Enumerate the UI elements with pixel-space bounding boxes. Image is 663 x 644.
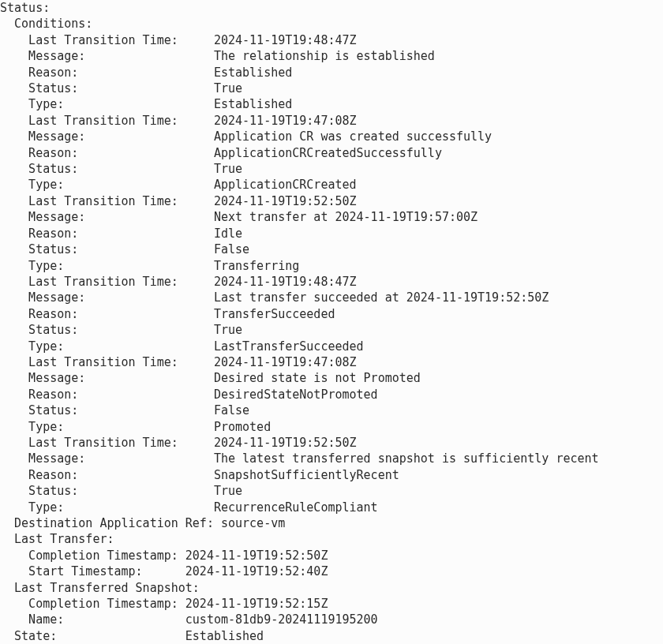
cond-5-type: Type: RecurrenceRuleCompliant	[0, 500, 663, 515]
cond-2-type: Type: Transferring	[0, 258, 663, 274]
cond-3-reason: Reason: TransferSucceeded	[0, 306, 663, 322]
snap-name: Name: custom-81db9-20241119195200	[0, 612, 663, 627]
state: State: Established	[0, 628, 663, 644]
dest-app-ref: Destination Application Ref: source-vm	[0, 515, 663, 531]
cond-0-reason: Reason: Established	[0, 65, 663, 80]
cond-5-status: Status: True	[0, 483, 663, 499]
last-transfer-header: Last Transfer:	[0, 531, 663, 547]
cond-0-status: Status: True	[0, 80, 663, 96]
cond-2-message: Message: Next transfer at 2024-11-19T19:…	[0, 209, 663, 225]
last-snapshot-header: Last Transferred Snapshot:	[0, 580, 663, 596]
cond-2-reason: Reason: Idle	[0, 226, 663, 242]
cond-4-status: Status: False	[0, 402, 663, 418]
cond-1-message: Message: Application CR was created succ…	[0, 129, 663, 144]
cond-0-ltt: Last Transition Time: 2024-11-19T19:48:4…	[0, 32, 663, 48]
snap-completion: Completion Timestamp: 2024-11-19T19:52:1…	[0, 596, 663, 612]
cond-2-status: Status: False	[0, 242, 663, 257]
cond-4-type: Type: Promoted	[0, 419, 663, 435]
cond-0-type: Type: Established	[0, 96, 663, 112]
cond-4-message: Message: Desired state is not Promoted	[0, 370, 663, 386]
status-header: Status:	[0, 0, 663, 16]
cond-4-reason: Reason: DesiredStateNotPromoted	[0, 387, 663, 402]
conditions-header: Conditions:	[0, 16, 663, 32]
cond-3-status: Status: True	[0, 322, 663, 338]
cond-2-ltt: Last Transition Time: 2024-11-19T19:52:5…	[0, 193, 663, 209]
cond-4-ltt: Last Transition Time: 2024-11-19T19:47:0…	[0, 354, 663, 370]
cond-5-message: Message: The latest transferred snapshot…	[0, 451, 663, 466]
lt-start: Start Timestamp: 2024-11-19T19:52:40Z	[0, 564, 663, 579]
cond-3-ltt: Last Transition Time: 2024-11-19T19:48:4…	[0, 274, 663, 290]
terminal-output: Status: Conditions: Last Transition Time…	[0, 0, 663, 644]
cond-3-message: Message: Last transfer succeeded at 2024…	[0, 290, 663, 305]
cond-3-type: Type: LastTransferSucceeded	[0, 339, 663, 354]
cond-1-type: Type: ApplicationCRCreated	[0, 177, 663, 193]
cond-0-message: Message: The relationship is established	[0, 48, 663, 64]
cond-5-ltt: Last Transition Time: 2024-11-19T19:52:5…	[0, 435, 663, 451]
cond-1-ltt: Last Transition Time: 2024-11-19T19:47:0…	[0, 113, 663, 129]
cond-1-status: Status: True	[0, 161, 663, 177]
lt-completion: Completion Timestamp: 2024-11-19T19:52:5…	[0, 548, 663, 564]
cond-1-reason: Reason: ApplicationCRCreatedSuccessfully	[0, 145, 663, 161]
cond-5-reason: Reason: SnapshotSufficientlyRecent	[0, 467, 663, 483]
